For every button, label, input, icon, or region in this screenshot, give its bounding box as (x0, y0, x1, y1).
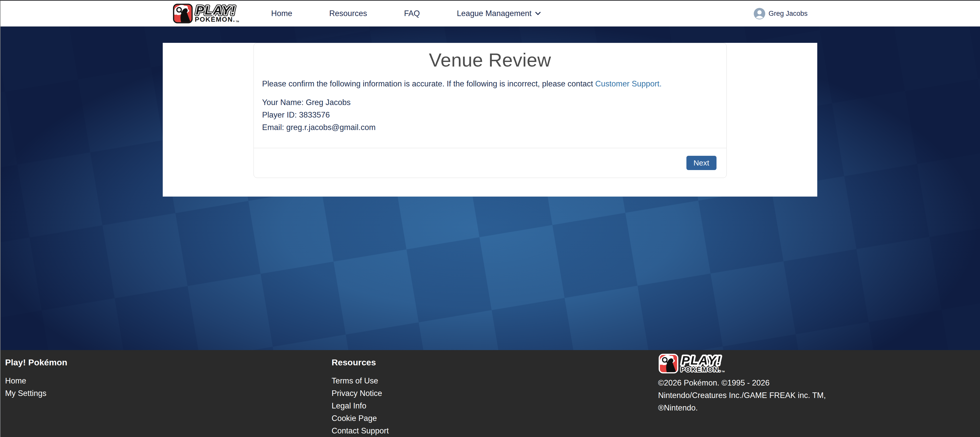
player-info-block: Your Name: Greg Jacobs Player ID: 383357… (262, 96, 718, 133)
svg-text:TM: TM (236, 20, 239, 23)
player-id-line: Player ID: 3833576 (262, 109, 718, 121)
user-menu[interactable]: Greg Jacobs (754, 8, 808, 19)
footer-column-play-pokemon: Play! Pokémon Home My Settings (5, 357, 67, 399)
svg-text:PLAY!: PLAY! (196, 3, 236, 17)
logo-badge-art (660, 355, 677, 372)
card-footer: Next (254, 148, 727, 178)
user-name: Greg Jacobs (768, 10, 808, 17)
page-footer: Play! Pokémon Home My Settings Resources… (0, 350, 980, 437)
footer-link-terms-of-use[interactable]: Terms of Use (332, 375, 389, 387)
venue-review-card-body: Venue Review Please confirm the followin… (254, 43, 727, 148)
logo-badge-art (174, 5, 192, 22)
logo-wordmark: PLAY! PLAY! PLAY! POKÉMON. POKÉMON. TM (681, 354, 725, 373)
svg-text:POKÉMON.: POKÉMON. (681, 365, 721, 373)
player-email-line: Email: greg.r.jacobs@gmail.com (262, 121, 718, 133)
footer-play-pokemon-logo: PLAY! PLAY! PLAY! POKÉMON. POKÉMON. TM (658, 354, 733, 373)
page-title: Venue Review (262, 49, 718, 71)
top-navigation-bar: PLAY! PLAY! PLAY! POKÉMON. POKÉMON. TM H… (0, 1, 980, 27)
nav-link-home[interactable]: Home (271, 9, 292, 18)
footer-column-legal: PLAY! PLAY! PLAY! POKÉMON. POKÉMON. TM ©… (658, 354, 837, 414)
venue-review-card: Venue Review Please confirm the followin… (253, 43, 727, 178)
footer-link-cookie-page[interactable]: Cookie Page (332, 412, 389, 424)
confirmation-text: Please confirm the following information… (262, 79, 718, 89)
customer-support-link[interactable]: Customer Support (595, 79, 660, 88)
window-left-edge (0, 1, 0, 437)
svg-text:POKÉMON.: POKÉMON. (195, 16, 235, 23)
hero-section: Venue Review Please confirm the followin… (0, 27, 980, 350)
next-button[interactable]: Next (686, 156, 716, 170)
svg-text:TM: TM (721, 370, 725, 373)
content-panel: Venue Review Please confirm the followin… (163, 43, 817, 197)
footer-link-legal-info[interactable]: Legal Info (332, 399, 389, 412)
footer-link-home[interactable]: Home (5, 375, 67, 387)
copyright-text: ©2026 Pokémon. ©1995 - 2026 Nintendo/Cre… (658, 377, 837, 414)
nav-link-faq[interactable]: FAQ (404, 9, 420, 18)
footer-column-resources: Resources Terms of Use Privacy Notice Le… (332, 357, 389, 437)
nav-link-resources[interactable]: Resources (329, 9, 367, 18)
nav-links: Home Resources FAQ League Management (271, 9, 541, 18)
chevron-down-icon (535, 12, 541, 15)
footer-heading-play-pokemon: Play! Pokémon (5, 357, 67, 368)
user-avatar-icon (754, 8, 765, 19)
footer-link-privacy-notice[interactable]: Privacy Notice (332, 387, 389, 399)
player-name-line: Your Name: Greg Jacobs (262, 96, 718, 109)
svg-text:PLAY!: PLAY! (681, 354, 721, 367)
play-pokemon-logo[interactable]: PLAY! PLAY! PLAY! POKÉMON. POKÉMON. TM (172, 3, 248, 24)
footer-link-my-settings[interactable]: My Settings (5, 387, 67, 399)
logo-wordmark: PLAY! PLAY! PLAY! POKÉMON. POKÉMON. TM (195, 3, 239, 23)
footer-heading-resources: Resources (332, 357, 389, 368)
nav-link-league-management[interactable]: League Management (457, 9, 541, 18)
footer-link-contact-support[interactable]: Contact Support (332, 424, 389, 437)
